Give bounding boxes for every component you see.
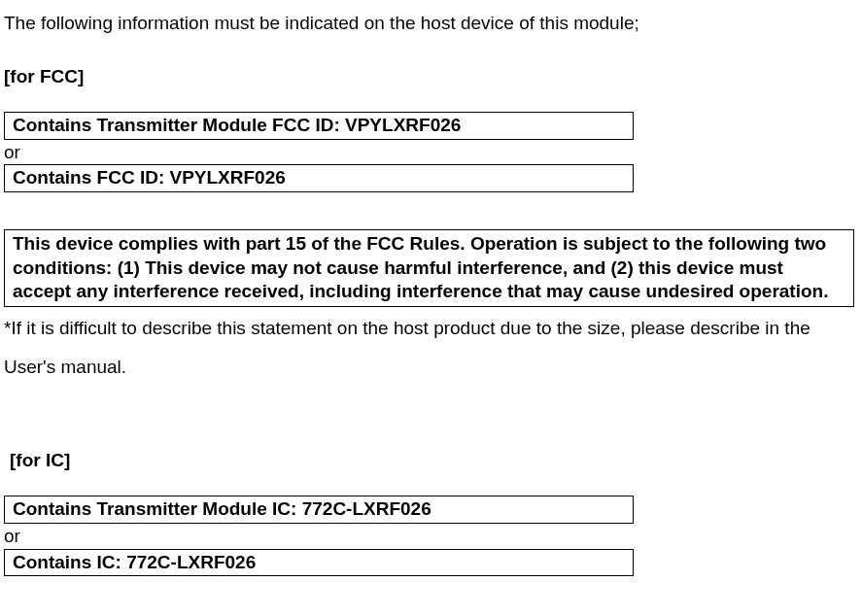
fcc-compliance-box: This device complies with part 15 of the…	[4, 229, 854, 307]
ic-or: or	[4, 524, 854, 549]
ic-box-2: Contains IC: 772C-LXRF026	[4, 549, 634, 577]
fcc-box-2: Contains FCC ID: VPYLXRF026	[4, 164, 634, 192]
ic-header: [for IC]	[10, 447, 854, 475]
fcc-note: *If it is difficult to describe this sta…	[4, 309, 854, 387]
ic-box-1: Contains Transmitter Module IC: 772C-LXR…	[4, 496, 634, 524]
fcc-header: [for FCC]	[4, 63, 854, 91]
intro-text: The following information must be indica…	[4, 10, 854, 38]
fcc-or: or	[4, 140, 854, 165]
fcc-box-1: Contains Transmitter Module FCC ID: VPYL…	[4, 112, 634, 140]
